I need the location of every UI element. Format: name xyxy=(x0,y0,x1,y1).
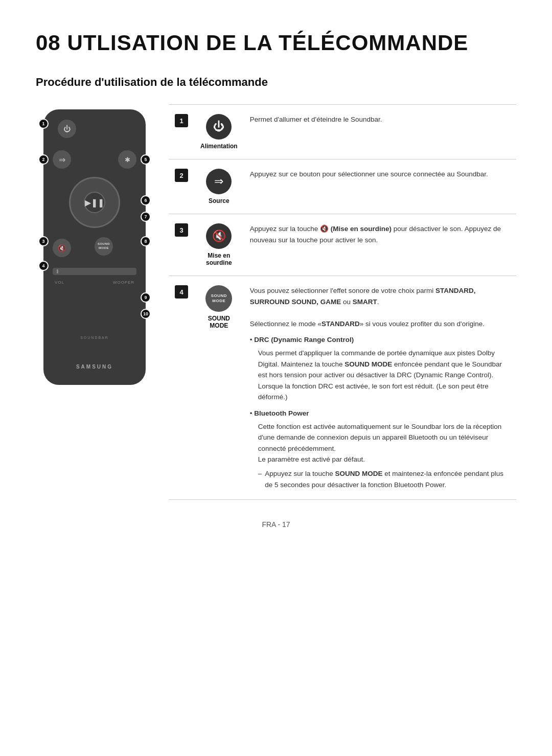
page-title: 08 UTLISATION DE LA TÉLÉCOMMANDE xyxy=(36,31,516,55)
woofer-label: WOOFER xyxy=(113,280,134,285)
mute-label: Mise en sourdine xyxy=(200,252,238,266)
page-subtitle: Procédure d'utilisation de la télécomman… xyxy=(36,76,516,89)
icon-col-4: SOUND MODE SOUND MODE xyxy=(194,276,244,500)
mute-icon: 🔇 xyxy=(206,223,232,249)
dash-text: Appuyez sur la touche SOUND MODE et main… xyxy=(265,468,510,490)
dash-item-bluetooth: – Appuyez sur la touche SOUND MODE et ma… xyxy=(250,468,510,490)
alimentation-label: Alimentation xyxy=(200,143,238,150)
num-col-3: 3 xyxy=(169,214,194,276)
source-button[interactable]: ⇒ xyxy=(53,150,71,169)
dash-symbol: – xyxy=(258,468,262,490)
num-box-2: 2 xyxy=(175,169,188,182)
desc-col-2: Appuyez sur ce bouton pour sélectionner … xyxy=(244,159,516,214)
desc-text-2: Appuyez sur ce bouton pour sélectionner … xyxy=(250,170,488,178)
sound-mode-label-text: SOUND xyxy=(98,242,110,246)
vol-label: VOL xyxy=(55,280,64,285)
desc-col-3: Appuyez sur la touche 🔇 (Mise en sourdin… xyxy=(244,214,516,276)
desc-col-4: Vous pouvez sélectionner l'effet sonore … xyxy=(244,276,516,500)
num-box-3: 3 xyxy=(175,223,188,237)
ann-9: 9 xyxy=(141,292,151,303)
remote-row-slider xyxy=(53,268,136,275)
info-table: 1 ⏻ Alimentation Permet d'allumer et d'é… xyxy=(169,104,516,500)
table-row-1: 1 ⏻ Alimentation Permet d'allumer et d'é… xyxy=(169,105,516,159)
num-col-4: 4 xyxy=(169,276,194,500)
ann-2: 2 xyxy=(38,154,49,165)
num-box-1: 1 xyxy=(175,114,188,127)
desc-text-1: Permet d'allumer et d'éteindre le Soundb… xyxy=(250,116,382,123)
ann-8: 8 xyxy=(141,236,151,246)
bullet-dot-1: • DRC (Dynamic Range Control) xyxy=(250,336,354,343)
bullet-drc: • DRC (Dynamic Range Control) Vous perme… xyxy=(250,334,510,403)
remote-body: ⏻ ⇒ ✱ ▶❚❚ 🔇 SOUND xyxy=(43,109,146,385)
num-col-1: 1 xyxy=(169,105,194,159)
icon-col-3: 🔇 Mise en sourdine xyxy=(194,214,244,276)
desc-smart-bold: SMART xyxy=(353,298,377,306)
bullet-dot-2: • Bluetooth Power xyxy=(250,409,309,417)
mute-button[interactable]: 🔇 xyxy=(53,239,71,257)
ann-7: 7 xyxy=(141,212,151,222)
main-content: 1 2 5 6 7 3 8 4 9 10 ⏻ ⇒ ✱ xyxy=(36,104,516,500)
samsung-label: SAMSUNG xyxy=(76,364,113,370)
remote-row-nav: ▶❚❚ xyxy=(53,177,136,228)
desc-standard: Sélectionnez le mode «STANDARD» si vous … xyxy=(250,320,485,328)
source-icon: ⇒ xyxy=(206,169,232,194)
ann-6: 6 xyxy=(141,195,151,205)
mute-bold-text: 🔇 (Mise en sourdine) xyxy=(320,225,392,233)
sound-mode-button[interactable]: SOUND MODE xyxy=(95,237,113,256)
ann-5: 5 xyxy=(141,154,151,165)
num-col-2: 2 xyxy=(169,159,194,214)
mute-label-line1: Mise en xyxy=(208,252,230,259)
ann-3: 3 xyxy=(38,236,49,246)
ann-10: 10 xyxy=(141,309,151,319)
sound-mode-label-text2: MODE xyxy=(99,246,109,250)
drc-title: DRC (Dynamic Range Control) xyxy=(254,336,354,343)
footer-text: FRA - 17 xyxy=(262,520,290,529)
desc-col-1: Permet d'allumer et d'éteindre le Soundb… xyxy=(244,105,516,159)
play-pause-button[interactable]: ▶❚❚ xyxy=(84,192,105,213)
table-row-3: 3 🔇 Mise en sourdine Appuyez sur la touc… xyxy=(169,214,516,276)
nav-wheel[interactable]: ▶❚❚ xyxy=(69,177,120,228)
icon-col-2: ⇒ Source xyxy=(194,159,244,214)
num-box-4: 4 xyxy=(175,285,188,299)
sound-mode-icon: SOUND MODE xyxy=(205,285,232,312)
source-label: Source xyxy=(200,197,238,204)
volume-slider[interactable] xyxy=(53,268,136,275)
icon-col-1: ⏻ Alimentation xyxy=(194,105,244,159)
pair-button[interactable]: ✱ xyxy=(118,150,136,169)
desc-standard-bold: STANDARD xyxy=(321,320,360,328)
desc-intro-4: Vous pouvez sélectionner l'effet sonore … xyxy=(250,287,476,306)
page-footer: FRA - 17 xyxy=(36,520,516,529)
bullet-bluetooth: • Bluetooth Power Cette fonction est act… xyxy=(250,408,510,465)
sound-mode-ref-1: SOUND MODE xyxy=(344,360,392,368)
bluetooth-title: Bluetooth Power xyxy=(254,409,309,417)
remote-row-source-pair: ⇒ ✱ xyxy=(53,150,136,169)
table-row-4: 4 SOUND MODE SOUND MODE Vous pouvez séle… xyxy=(169,276,516,500)
soundbar-label: SOUNDBAR xyxy=(80,336,109,339)
bluetooth-desc: Cette fonction est activée automatiqueme… xyxy=(250,421,510,465)
remote-row-mute-sound: 🔇 SOUND MODE xyxy=(53,237,136,259)
sound-mode-icon-text1: SOUND xyxy=(211,293,227,299)
drc-desc: Vous permet d'appliquer la commande de p… xyxy=(250,348,510,403)
remote-container: 1 2 5 6 7 3 8 4 9 10 ⏻ ⇒ ✱ xyxy=(36,104,153,385)
sound-mode-icon-text2: MODE xyxy=(212,299,225,304)
table-section: 1 ⏻ Alimentation Permet d'allumer et d'é… xyxy=(169,104,516,500)
remote-wrapper: 1 2 5 6 7 3 8 4 9 10 ⏻ ⇒ ✱ xyxy=(43,109,146,385)
power-icon: ⏻ xyxy=(206,114,232,140)
ann-4: 4 xyxy=(38,261,49,271)
power-button[interactable]: ⏻ xyxy=(58,120,76,138)
table-row-2: 2 ⇒ Source Appuyez sur ce bouton pour sé… xyxy=(169,159,516,214)
mute-label-line2: sourdine xyxy=(206,259,232,266)
ann-1: 1 xyxy=(38,119,49,129)
remote-row-vol-woofer: VOL WOOFER xyxy=(53,280,136,285)
sound-mode-ref-2: SOUND MODE xyxy=(335,470,383,477)
sound-mode-label: SOUND MODE xyxy=(200,315,238,329)
remote-row-power: ⏻ xyxy=(53,120,136,138)
